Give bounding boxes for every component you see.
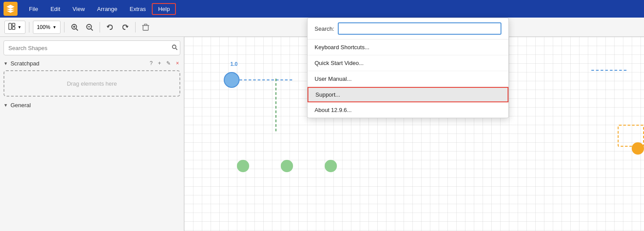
- menu-file[interactable]: File: [23, 3, 44, 15]
- svg-rect-0: [9, 23, 11, 29]
- sep-2: [64, 22, 64, 32]
- svg-point-15: [172, 45, 176, 49]
- drag-hint-text: Drag elements here: [67, 80, 117, 87]
- canvas-node-label: 1.0: [230, 61, 238, 67]
- menu-help[interactable]: Help: [152, 3, 176, 15]
- svg-rect-10: [143, 25, 148, 30]
- search-shapes-input[interactable]: [4, 40, 180, 55]
- svg-rect-1: [12, 23, 15, 26]
- scratchpad-add-button[interactable]: +: [157, 60, 162, 67]
- app-logo[interactable]: [4, 2, 18, 16]
- undo-button[interactable]: [104, 21, 117, 34]
- svg-line-4: [76, 29, 78, 30]
- sep-3: [100, 22, 100, 32]
- scratchpad-help-button[interactable]: ?: [148, 60, 154, 67]
- general-label: General: [11, 102, 31, 108]
- canvas-circle-blue[interactable]: [224, 72, 240, 88]
- help-search-label: Search:: [315, 25, 334, 32]
- canvas-circle-green-1[interactable]: [237, 160, 249, 172]
- zoom-dropdown-arrow: ▼: [53, 25, 57, 29]
- svg-line-8: [91, 29, 93, 30]
- help-item-user-manual[interactable]: User Manual...: [308, 71, 508, 87]
- sep-1: [29, 22, 29, 32]
- menu-extras[interactable]: Extras: [124, 3, 152, 15]
- scratchpad-edit-button[interactable]: ✎: [165, 60, 172, 67]
- general-section-header[interactable]: ▼ General: [4, 102, 180, 108]
- canvas-vert-dashed: [275, 79, 276, 131]
- help-search-input[interactable]: [338, 22, 501, 35]
- help-search-row: Search:: [308, 18, 508, 40]
- menubar: File Edit View Arrange Extras Help: [0, 0, 644, 18]
- menu-arrange[interactable]: Arrange: [91, 3, 123, 15]
- canvas-circle-green-3[interactable]: [325, 160, 337, 172]
- help-item-keyboard-shortcuts[interactable]: Keyboard Shortcuts...: [308, 40, 508, 55]
- scratchpad-header: ▼ Scratchpad ? + ✎ ×: [4, 60, 180, 67]
- menu-edit[interactable]: Edit: [44, 3, 66, 15]
- sidebar: ▼ Scratchpad ? + ✎ × Drag elements here …: [0, 37, 184, 231]
- zoom-in-button[interactable]: [68, 21, 81, 34]
- canvas-right-circle[interactable]: [632, 142, 644, 155]
- scratchpad-title: Scratchpad: [11, 60, 146, 67]
- canvas-circle-green-2[interactable]: [281, 160, 293, 172]
- help-item-about[interactable]: About 12.9.6...: [308, 102, 508, 118]
- scratchpad-drop-area: Drag elements here: [4, 70, 180, 97]
- delete-button[interactable]: [139, 21, 152, 34]
- sep-4: [135, 22, 136, 32]
- help-item-quick-start-video[interactable]: Quick Start Video...: [308, 55, 508, 71]
- zoom-button[interactable]: 100% ▼: [33, 21, 61, 34]
- canvas-dashed-line: [240, 79, 292, 80]
- redo-button[interactable]: [118, 21, 132, 34]
- layout-button[interactable]: ▼: [4, 21, 25, 34]
- search-button[interactable]: [172, 44, 178, 52]
- zoom-label: 100%: [37, 24, 50, 30]
- svg-rect-2: [12, 27, 15, 29]
- canvas-top-dashed-right: [591, 70, 626, 71]
- layout-icon: [8, 23, 15, 31]
- scratchpad-close-button[interactable]: ×: [175, 60, 180, 67]
- help-dropdown: Search: Keyboard Shortcuts... Quick Star…: [307, 18, 509, 118]
- help-item-support[interactable]: Support...: [308, 87, 508, 102]
- search-shapes-container: [4, 40, 180, 55]
- layout-dropdown-arrow: ▼: [18, 25, 21, 29]
- menu-view[interactable]: View: [66, 3, 91, 15]
- zoom-out-button[interactable]: [83, 21, 96, 34]
- scratchpad-collapse-arrow[interactable]: ▼: [4, 61, 8, 66]
- general-arrow: ▼: [4, 103, 8, 108]
- svg-line-16: [176, 48, 178, 50]
